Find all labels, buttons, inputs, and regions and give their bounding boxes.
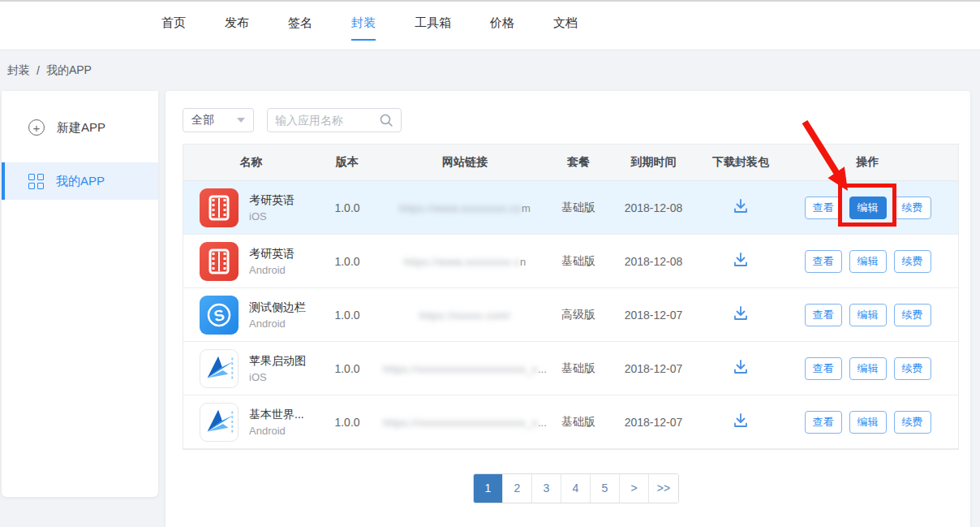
page-last-button[interactable]: >> bbox=[649, 474, 678, 503]
page-button-2[interactable]: 2 bbox=[503, 474, 532, 503]
app-name-cell: 苹果启动图iOS bbox=[183, 349, 319, 388]
renew-button[interactable]: 续费 bbox=[894, 250, 931, 273]
column-header-download: 下载封装包 bbox=[704, 155, 777, 170]
app-version: 1.0.0 bbox=[319, 255, 376, 268]
nav-item-publish[interactable]: 发布 bbox=[225, 11, 249, 41]
renew-button[interactable]: 续费 bbox=[894, 197, 931, 219]
app-plan: 基础版 bbox=[554, 361, 603, 376]
sidebar-item-new-app[interactable]: + 新建APP bbox=[2, 109, 158, 146]
view-button[interactable]: 查看 bbox=[805, 197, 842, 219]
column-header-version: 版本 bbox=[319, 155, 376, 170]
app-plan: 基础版 bbox=[554, 415, 603, 430]
edit-button[interactable]: 编辑 bbox=[849, 411, 887, 434]
app-plan: 高级版 bbox=[554, 308, 603, 322]
breadcrumb-current-page: 我的APP bbox=[46, 63, 92, 78]
edit-button[interactable]: 编辑 bbox=[849, 304, 887, 326]
app-name: 基本世界... bbox=[249, 408, 304, 422]
table-body: 考研英语iOS1.0.0https://www.xxxxxxxx.com基础版2… bbox=[183, 181, 958, 449]
column-header-expire: 到期时间 bbox=[603, 155, 704, 170]
app-url-redacted: https://xxxxxxxxxxxxxxxxxxx_x... bbox=[383, 417, 547, 429]
app-version: 1.0.0 bbox=[319, 201, 376, 214]
film-app-icon bbox=[200, 242, 239, 281]
app-name: 苹果启动图 bbox=[249, 354, 306, 369]
app-plan: 基础版 bbox=[554, 201, 603, 215]
page-button-5[interactable]: 5 bbox=[591, 474, 620, 503]
filter-row: 全部 bbox=[183, 108, 402, 132]
app-name-cell: 考研英语iOS bbox=[183, 188, 319, 227]
page-button-4[interactable]: 4 bbox=[561, 474, 591, 503]
search-input[interactable] bbox=[275, 114, 379, 127]
edit-button[interactable]: 编辑 bbox=[849, 357, 887, 380]
view-button[interactable]: 查看 bbox=[805, 357, 842, 380]
app-platform: iOS bbox=[249, 371, 306, 383]
renew-button[interactable]: 续费 bbox=[894, 357, 931, 380]
view-button[interactable]: 查看 bbox=[805, 250, 842, 273]
view-button[interactable]: 查看 bbox=[805, 304, 842, 326]
page-next-button[interactable]: > bbox=[620, 474, 649, 503]
column-header-name: 名称 bbox=[183, 155, 319, 170]
nav-item-pricing[interactable]: 价格 bbox=[490, 11, 514, 41]
app-name-cell: 考研英语Android bbox=[183, 242, 319, 281]
actions-cell: 查看编辑续费 bbox=[777, 411, 958, 434]
app-version: 1.0.0 bbox=[319, 416, 376, 429]
table-header-row: 名称 版本 网站链接 套餐 到期时间 下载封装包 操作 bbox=[183, 145, 958, 181]
category-dropdown[interactable]: 全部 bbox=[183, 108, 254, 132]
bird-app-icon bbox=[200, 403, 239, 442]
app-name-cell: 基本世界...Android bbox=[183, 403, 319, 442]
app-expire-date: 2018-12-07 bbox=[603, 416, 704, 429]
view-button[interactable]: 查看 bbox=[805, 411, 842, 434]
main-content-card: 全部 名称 版本 网站链接 套餐 到期时间 下载封装包 操作 考研英语iOS1.… bbox=[165, 91, 970, 527]
dropdown-selected-value: 全部 bbox=[191, 113, 214, 127]
app-url-redacted: https://xxxxxxxxxxxxxxxxxxx_x... bbox=[383, 363, 547, 375]
nav-item-home[interactable]: 首页 bbox=[161, 11, 186, 41]
app-name: 测试侧边栏 bbox=[249, 300, 306, 315]
download-icon bbox=[732, 412, 750, 430]
chevron-down-icon bbox=[237, 118, 245, 123]
s-app-icon: S bbox=[200, 296, 239, 335]
app-platform: iOS bbox=[249, 210, 294, 222]
breadcrumb-separator: / bbox=[37, 64, 40, 77]
app-expire-date: 2018-12-07 bbox=[603, 362, 704, 375]
search-icon[interactable] bbox=[379, 113, 393, 127]
breadcrumb: 封装 / 我的APP bbox=[0, 50, 92, 91]
app-plan: 基础版 bbox=[554, 254, 603, 269]
download-icon bbox=[732, 251, 750, 269]
column-header-actions: 操作 bbox=[777, 155, 958, 170]
app-expire-date: 2018-12-07 bbox=[603, 309, 704, 322]
app-platform: Android bbox=[249, 317, 306, 330]
nav-item-toolbox[interactable]: 工具箱 bbox=[415, 11, 451, 41]
app-version: 1.0.0 bbox=[319, 309, 376, 322]
sidebar-item-my-app[interactable]: 我的APP bbox=[2, 162, 158, 200]
nav-item-package-active[interactable]: 封装 bbox=[351, 11, 376, 41]
actions-cell: 查看编辑续费 bbox=[777, 357, 958, 380]
renew-button[interactable]: 续费 bbox=[894, 304, 931, 326]
search-box bbox=[267, 108, 402, 132]
active-indicator-bar bbox=[2, 162, 5, 200]
edit-button[interactable]: 编辑 bbox=[849, 250, 887, 273]
page-button-1[interactable]: 1 bbox=[474, 474, 503, 503]
nav-item-docs[interactable]: 文档 bbox=[553, 11, 578, 41]
download-package-button[interactable] bbox=[732, 412, 750, 432]
page-button-3[interactable]: 3 bbox=[532, 474, 561, 503]
breadcrumb-section[interactable]: 封装 bbox=[7, 63, 30, 78]
app-platform: Android bbox=[249, 264, 294, 276]
table-row: 考研英语Android1.0.0https://www.xxxxxxxx.cn基… bbox=[183, 235, 958, 288]
edit-button[interactable]: 编辑 bbox=[849, 197, 887, 219]
actions-cell: 查看编辑续费 bbox=[777, 197, 958, 219]
app-expire-date: 2018-12-08 bbox=[603, 255, 704, 268]
sidebar: + 新建APP 我的APP bbox=[2, 91, 158, 497]
table-row: 考研英语iOS1.0.0https://www.xxxxxxxx.com基础版2… bbox=[183, 181, 958, 235]
download-package-button[interactable] bbox=[732, 197, 750, 218]
app-url-redacted: https://www.xxxxxxxx.com bbox=[399, 202, 531, 214]
renew-button[interactable]: 续费 bbox=[894, 411, 931, 434]
download-package-button[interactable] bbox=[732, 358, 750, 378]
nav-item-signature[interactable]: 签名 bbox=[288, 11, 312, 41]
pagination: 1 2 3 4 5 > >> bbox=[473, 473, 679, 503]
top-navigation: 首页 发布 签名 封装 工具箱 价格 文档 bbox=[0, 0, 980, 50]
download-package-button[interactable] bbox=[732, 251, 750, 271]
actions-cell: 查看编辑续费 bbox=[777, 250, 958, 273]
table-row: 苹果启动图iOS1.0.0https://xxxxxxxxxxxxxxxxxxx… bbox=[183, 342, 958, 395]
app-expire-date: 2018-12-08 bbox=[603, 201, 704, 214]
download-package-button[interactable] bbox=[732, 305, 750, 325]
svg-text:S: S bbox=[213, 305, 226, 324]
